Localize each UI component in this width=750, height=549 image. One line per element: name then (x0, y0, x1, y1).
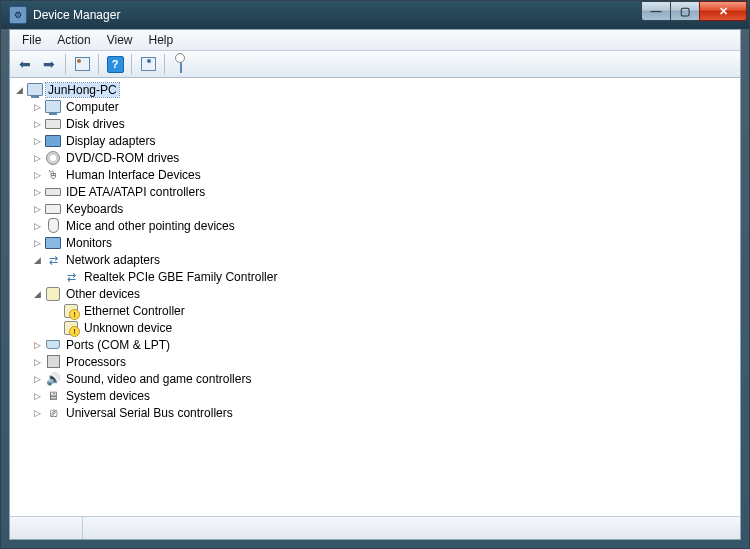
usb-icon: ⎚ (45, 405, 61, 421)
collapse-icon[interactable]: ◢ (32, 288, 43, 299)
statusbar (10, 516, 740, 539)
toolbar-separator (164, 54, 165, 74)
menubar: File Action View Help (10, 30, 740, 51)
category-processors[interactable]: ▷ Processors (32, 353, 740, 370)
category-label: Monitors (64, 236, 114, 250)
category-display-adapters[interactable]: ▷ Display adapters (32, 132, 740, 149)
expand-icon[interactable]: ▷ (32, 152, 43, 163)
category-label: Human Interface Devices (64, 168, 203, 182)
category-hid[interactable]: ▷ 🖰 Human Interface Devices (32, 166, 740, 183)
other-icon (45, 286, 61, 302)
category-disk-drives[interactable]: ▷ Disk drives (32, 115, 740, 132)
window-title: Device Manager (33, 8, 120, 22)
toolbar-separator (98, 54, 99, 74)
minimize-button[interactable]: — (641, 1, 671, 21)
menu-file[interactable]: File (14, 31, 49, 49)
expand-icon[interactable]: ▷ (32, 356, 43, 367)
toolbar-separator (65, 54, 66, 74)
category-label: Disk drives (64, 117, 127, 131)
show-hide-console-tree-button[interactable] (71, 53, 93, 75)
category-label: Processors (64, 355, 128, 369)
expand-icon[interactable]: ▷ (32, 118, 43, 129)
port-icon (45, 337, 61, 353)
category-label: System devices (64, 389, 152, 403)
collapse-icon[interactable]: ◢ (32, 254, 43, 265)
window-frame: ⚙ Device Manager — ▢ ✕ File Action View … (0, 0, 750, 549)
category-ports[interactable]: ▷ Ports (COM & LPT) (32, 336, 740, 353)
window-controls: — ▢ ✕ (642, 1, 747, 21)
titlebar[interactable]: ⚙ Device Manager — ▢ ✕ (1, 1, 749, 29)
status-cell (83, 517, 740, 539)
mouse-icon (45, 218, 61, 234)
device-label: Ethernet Controller (82, 304, 187, 318)
network-icon: ⇄ (63, 269, 79, 285)
menu-action[interactable]: Action (49, 31, 98, 49)
category-sound[interactable]: ▷ 🔊 Sound, video and game controllers (32, 370, 740, 387)
category-label: Mice and other pointing devices (64, 219, 237, 233)
toolbar-separator (131, 54, 132, 74)
computer-icon (45, 99, 61, 115)
expand-icon[interactable]: ▷ (32, 373, 43, 384)
expand-icon[interactable]: ▷ (32, 237, 43, 248)
category-keyboards[interactable]: ▷ Keyboards (32, 200, 740, 217)
warning-icon (63, 320, 79, 336)
device-ethernet-controller[interactable]: · Ethernet Controller (50, 302, 740, 319)
category-monitors[interactable]: ▷ Monitors (32, 234, 740, 251)
network-icon: ⇄ (45, 252, 61, 268)
tree-root-label: JunHong-PC (46, 83, 119, 97)
status-cell (10, 517, 83, 539)
expand-icon[interactable]: ▷ (32, 390, 43, 401)
category-label: Universal Serial Bus controllers (64, 406, 235, 420)
category-mice[interactable]: ▷ Mice and other pointing devices (32, 217, 740, 234)
category-label: Other devices (64, 287, 142, 301)
expand-icon[interactable]: ▷ (32, 339, 43, 350)
category-label: Keyboards (64, 202, 125, 216)
help-button[interactable]: ? (104, 53, 126, 75)
expand-icon[interactable]: ▷ (32, 101, 43, 112)
maximize-button[interactable]: ▢ (670, 1, 700, 21)
category-label: Display adapters (64, 134, 157, 148)
menu-view[interactable]: View (99, 31, 141, 49)
category-ide[interactable]: ▷ IDE ATA/ATAPI controllers (32, 183, 740, 200)
category-label: Network adapters (64, 253, 162, 267)
category-usb[interactable]: ▷ ⎚ Universal Serial Bus controllers (32, 404, 740, 421)
category-other-devices[interactable]: ◢ Other devices (32, 285, 740, 302)
expand-icon[interactable]: ▷ (32, 203, 43, 214)
scan-hardware-button[interactable] (137, 53, 159, 75)
category-label: Ports (COM & LPT) (64, 338, 172, 352)
category-label: Sound, video and game controllers (64, 372, 253, 386)
category-computer[interactable]: ▷ Computer (32, 98, 740, 115)
hid-icon: 🖰 (45, 167, 61, 183)
display-icon (45, 133, 61, 149)
expand-icon[interactable]: ▷ (32, 169, 43, 180)
device-tree: ◢ JunHong-PC ▷ Computer ▷ Di (10, 78, 740, 516)
category-system-devices[interactable]: ▷ 🖥 System devices (32, 387, 740, 404)
category-label: DVD/CD-ROM drives (64, 151, 181, 165)
computer-icon (27, 82, 43, 98)
toolbar: ⬅ ➡ ? (10, 51, 740, 78)
menu-help[interactable]: Help (141, 31, 182, 49)
device-realtek-gbe[interactable]: · ⇄ Realtek PCIe GBE Family Controller (50, 268, 740, 285)
cpu-icon (45, 354, 61, 370)
category-label: IDE ATA/ATAPI controllers (64, 185, 207, 199)
back-button[interactable]: ⬅ (14, 53, 36, 75)
properties-button[interactable] (170, 53, 192, 75)
collapse-icon[interactable]: ◢ (14, 84, 25, 95)
expand-icon[interactable]: ▷ (32, 135, 43, 146)
app-icon: ⚙ (9, 6, 27, 24)
category-dvd-cd[interactable]: ▷ DVD/CD-ROM drives (32, 149, 740, 166)
forward-button[interactable]: ➡ (38, 53, 60, 75)
tree-root[interactable]: ◢ JunHong-PC (14, 81, 740, 98)
system-icon: 🖥 (45, 388, 61, 404)
client-area: File Action View Help ⬅ ➡ ? (9, 29, 741, 540)
close-button[interactable]: ✕ (699, 1, 747, 21)
expand-icon[interactable]: ▷ (32, 186, 43, 197)
monitor-icon (45, 235, 61, 251)
expand-icon[interactable]: ▷ (32, 407, 43, 418)
device-label: Unknown device (82, 321, 174, 335)
category-label: Computer (64, 100, 121, 114)
cd-icon (45, 150, 61, 166)
device-unknown[interactable]: · Unknown device (50, 319, 740, 336)
category-network-adapters[interactable]: ◢ ⇄ Network adapters (32, 251, 740, 268)
expand-icon[interactable]: ▷ (32, 220, 43, 231)
